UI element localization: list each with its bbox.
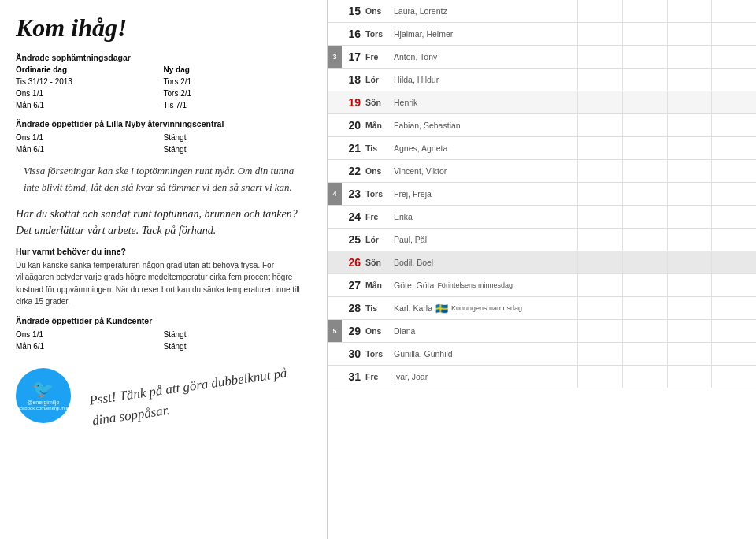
twitter-circle[interactable]: 🐦 @energimiljo facebook.com/energi.miljo: [16, 368, 71, 423]
week-number: [328, 91, 342, 113]
grid-cell: [622, 160, 667, 182]
name-day-primary: Fabian, Sebastian: [394, 121, 461, 130]
day-name: Fre: [364, 46, 389, 68]
calendar-row: 22OnsVincent, Viktor: [328, 160, 756, 183]
swedish-flag-icon: 🇸🇪: [435, 303, 448, 314]
kundcenter-col2: StängtStängt: [164, 329, 312, 352]
week-number: [328, 297, 342, 319]
grid-cell: [577, 114, 622, 136]
hur-varmt-title: Hur varmt behöver du inne?: [16, 247, 311, 256]
name-days: Vincent, Viktor: [389, 160, 577, 182]
col1-header: Ordinarie dag: [16, 65, 164, 74]
day-number: 20: [342, 114, 364, 136]
day-number: 19: [342, 91, 364, 113]
week-number: [328, 206, 342, 228]
grid-cell: [622, 137, 667, 159]
day-name: Lör: [364, 69, 389, 91]
name-day-primary: Gunilla, Gunhild: [394, 349, 453, 359]
day-name: Mån: [364, 114, 389, 136]
calendar-row: 24FreErika: [328, 206, 756, 229]
name-day-primary: Vincent, Viktor: [394, 166, 447, 176]
grid-cell: [622, 274, 667, 296]
day-name: Tors: [364, 183, 389, 205]
calendar-row: 25LörPaul, Pål: [328, 229, 756, 251]
section3-title: Ändrade öppettider på Kundcenter: [16, 316, 311, 325]
grid-cells: [577, 343, 756, 365]
grid-cell: [667, 366, 712, 388]
day-name: Tis: [364, 137, 389, 159]
lilla-nyby-col2: StängtStängt: [164, 132, 312, 155]
calendar-row: 16TorsHjalmar, Helmer: [328, 23, 756, 46]
calendar-row: 317FreAnton, Tony: [328, 46, 756, 69]
name-day-primary: Göte, Göta: [394, 281, 434, 290]
name-days: Agnes, Agneta: [389, 137, 577, 159]
grid-cell: [667, 137, 712, 159]
grid-cell: [577, 160, 622, 182]
twitter-bird-icon: 🐦: [32, 381, 54, 398]
grid-cell: [577, 297, 622, 319]
day-number: 24: [342, 206, 364, 228]
grid-cells: [577, 206, 756, 228]
grid-cells: [577, 91, 756, 113]
section-oppettider-lilla-nyby: Ändrade öppettider på Lilla Nyby återvin…: [16, 119, 311, 155]
grid-cell: [622, 229, 667, 251]
grid-cell: [667, 343, 712, 365]
name-day-primary: Ivar, Joar: [394, 372, 428, 381]
grid-cell: [667, 297, 712, 319]
grid-cell: [667, 229, 712, 251]
name-days: Karl, Karla 🇸🇪Konungens namnsdag: [389, 297, 577, 319]
grid-cell: [577, 23, 622, 45]
name-days: Frej, Freja: [389, 183, 577, 205]
name-days: Göte, GötaFörintelsens minnesdag: [389, 274, 577, 296]
name-day-primary: Frej, Freja: [394, 189, 432, 199]
day-number: 26: [342, 251, 364, 273]
calendar-row: 15OnsLaura, Lorentz: [328, 0, 756, 23]
section2-title: Ändrade öppettider på Lilla Nyby återvin…: [16, 119, 311, 128]
name-day-primary: Erika: [394, 212, 413, 221]
grid-cell: [711, 114, 756, 136]
calendar-row: 18LörHilda, Hildur: [328, 69, 756, 91]
day-name: Tors: [364, 343, 389, 365]
day-name: Fre: [364, 206, 389, 228]
calendar-row: 19SönHenrik: [328, 91, 756, 114]
handwritten-block: Vissa förseningar kan ske i toptömningen…: [16, 163, 311, 196]
grid-cell: [711, 137, 756, 159]
day-name: Lör: [364, 229, 389, 251]
grid-cell: [622, 23, 667, 45]
grid-cells: [577, 229, 756, 251]
grid-cell: [622, 343, 667, 365]
name-day-primary: Agnes, Agneta: [394, 143, 447, 153]
day-number: 18: [342, 69, 364, 91]
large-italic-block: Har du skottat och sandat runt toptunnan…: [16, 206, 311, 239]
day-number: 28: [342, 297, 364, 319]
name-days: Erika: [389, 206, 577, 228]
name-day-primary: Laura, Lorentz: [394, 6, 447, 16]
week-number: [328, 137, 342, 159]
grid-cell: [667, 23, 712, 45]
grid-cell: [622, 206, 667, 228]
grid-cells: [577, 137, 756, 159]
grid-cells: [577, 251, 756, 273]
grid-cell: [711, 343, 756, 365]
grid-cell: [622, 320, 667, 342]
name-day-special: Konungens namnsdag: [451, 304, 522, 312]
grid-cell: [622, 69, 667, 91]
week-number: 5: [328, 320, 342, 342]
day-name: Ons: [364, 320, 389, 342]
grid-cell: [577, 274, 622, 296]
hur-varmt-section: Hur varmt behöver du inne? Du kan kanske…: [16, 247, 311, 308]
day-name: Tors: [364, 23, 389, 45]
grid-cell: [711, 69, 756, 91]
name-days: Diana: [389, 320, 577, 342]
lilla-nyby-table: Ons 1/1Mån 6/1 StängtStängt: [16, 132, 311, 155]
grid-cell: [667, 69, 712, 91]
calendar-row: 423TorsFrej, Freja: [328, 183, 756, 206]
grid-cell: [577, 46, 622, 68]
grid-cell: [711, 23, 756, 45]
calendar-row: 28TisKarl, Karla 🇸🇪Konungens namnsdag: [328, 297, 756, 320]
name-day-primary: Hilda, Hildur: [394, 75, 439, 84]
name-days: Hjalmar, Helmer: [389, 23, 577, 45]
grid-cell: [577, 229, 622, 251]
grid-cell: [711, 366, 756, 388]
name-day-primary: Bodil, Boel: [394, 258, 433, 267]
